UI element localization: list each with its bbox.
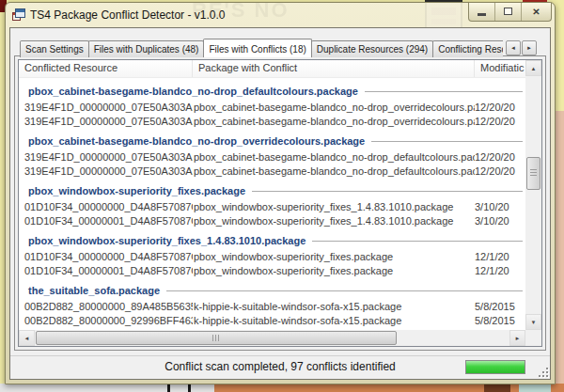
- arrow-left-icon: ◄: [24, 336, 30, 341]
- progress-bar: [465, 360, 525, 374]
- arrow-down-icon: ▼: [531, 320, 537, 325]
- horizontal-scrollbar-thumb[interactable]: [36, 331, 397, 345]
- background-bottom-artwork: [0, 384, 564, 392]
- cell-modified-date: 3/10/20: [475, 201, 516, 212]
- group-name: the_suitable_sofa.package: [28, 285, 160, 296]
- group-name: pbox_cabinet-basegame-blandco_no-drop_de…: [28, 86, 358, 97]
- column-header-modification-date[interactable]: Modifiatic: [475, 60, 525, 77]
- chevron-left-icon: ◄: [510, 45, 516, 51]
- cell-conflict-package: pbox_windowbox-superiority_fixes.package: [193, 265, 475, 276]
- cell-resource-key: 01D10F34_00000000_D4A8F57087C94F77: [19, 201, 193, 212]
- tab-scroll-right-button[interactable]: ►: [522, 40, 537, 55]
- group-divider-line: [252, 191, 523, 192]
- window-controls: ✕: [468, 3, 552, 22]
- horizontal-scrollbar[interactable]: ◄ ►: [19, 330, 525, 346]
- vertical-scrollbar-thumb[interactable]: [526, 157, 540, 190]
- list-body: pbox_cabinet-basegame-blandco_no-drop_de…: [19, 78, 525, 330]
- title-bar[interactable]: TS4 Package Conflict Detector - v1.0.0 ✕: [6, 3, 555, 26]
- tab-files-with-duplicates-48[interactable]: Files with Duplicates (48): [88, 40, 205, 57]
- group-name: pbox_cabinet-basegame-blandco_no-drop_ov…: [28, 135, 365, 147]
- arrow-up-icon: ▲: [531, 66, 537, 71]
- maximize-icon: [504, 8, 512, 15]
- tab-scan-settings[interactable]: Scan Settings: [20, 40, 89, 57]
- cell-conflict-package: pbox_cabinet-basegame-blandco_no-drop_ov…: [193, 102, 475, 113]
- cell-resource-key: 319E4F1D_00000000_07E50A303AFB21FB: [19, 102, 193, 113]
- group-header: pbox_windowbox-superiority_fixes_1.4.83.…: [19, 232, 525, 249]
- tab-label: Files with Duplicates (48): [94, 44, 199, 55]
- table-row[interactable]: 01D10F34_00000001_D4A8F57087C94F77pbox_w…: [19, 263, 525, 277]
- close-icon: ✕: [532, 7, 540, 17]
- maximize-button[interactable]: [495, 3, 522, 21]
- cell-resource-key: 01D10F34_00000000_D4A8F57087C94F77: [19, 251, 193, 262]
- cell-conflict-package: pbox_windowbox-superiority_fixes.package: [193, 251, 475, 262]
- cell-modified-date: 5/8/2015: [475, 301, 516, 312]
- cell-conflict-package: pbox_cabinet-basegame-blandco_no-drop_de…: [193, 151, 475, 163]
- client-area: Scan SettingsFiles with Duplicates (48)F…: [9, 27, 551, 380]
- table-row[interactable]: 319E4F1D_00000000_07E50A303AFB21FCpbox_c…: [19, 114, 525, 128]
- column-header-conflicted-resource[interactable]: Conflicted Resource: [19, 60, 193, 77]
- tab-files-with-conflicts-18[interactable]: Files with Conflicts (18): [203, 39, 311, 57]
- cell-resource-key: 01D10F34_00000001_D4A8F57087C94F77: [19, 265, 193, 276]
- progress-bar-fill: [466, 361, 525, 373]
- group-divider-line: [371, 141, 523, 142]
- cell-modified-date: 12/20/20: [475, 116, 516, 127]
- tab-conflicting-resources-97[interactable]: Conflicting Resources (97): [432, 40, 503, 57]
- background-right-strip: [556, 111, 564, 385]
- vertical-scrollbar[interactable]: ▲ ▼: [525, 60, 541, 330]
- scroll-left-button[interactable]: ◄: [19, 330, 35, 346]
- tab-label: Duplicate Resources (294): [317, 44, 428, 55]
- cell-modified-date: 5/8/2015: [475, 315, 516, 326]
- tab-label: Scan Settings: [25, 44, 84, 55]
- scroll-up-button[interactable]: ▲: [525, 60, 541, 76]
- tab-label: Files with Conflicts (18): [209, 44, 306, 55]
- scrollbar-corner: [525, 330, 541, 346]
- group-divider-line: [312, 241, 523, 242]
- tab-scroll-buttons: ◄ ►: [505, 40, 537, 55]
- minimize-button[interactable]: [469, 3, 495, 21]
- arrow-right-icon: ►: [515, 336, 521, 341]
- cell-modified-date: 12/1/20: [475, 251, 516, 262]
- table-row[interactable]: 00B2D882_80000000_92996BFF463372A8k-hipp…: [19, 313, 525, 327]
- table-row[interactable]: 01D10F34_00000000_D4A8F57087C94F77pbox_w…: [19, 249, 525, 263]
- list-column-headers: Conflicted Resource Package with Conflic…: [19, 60, 525, 78]
- group-header: pbox_cabinet-basegame-blandco_no-drop_ov…: [19, 133, 525, 149]
- table-row[interactable]: 319E4F1D_00000000_07E50A303AFB21FBpbox_c…: [19, 100, 525, 114]
- app-window: TS4 Package Conflict Detector - v1.0.0 ✕…: [5, 2, 556, 384]
- cell-conflict-package: pbox_windowbox-superiority_fixes_1.4.83.…: [193, 215, 475, 227]
- cell-modified-date: 3/10/20: [475, 215, 516, 227]
- tab-duplicate-resources-294[interactable]: Duplicate Resources (294): [311, 40, 433, 57]
- app-icon: [12, 8, 25, 21]
- tab-strip: Scan SettingsFiles with Duplicates (48)F…: [20, 37, 503, 57]
- table-row[interactable]: 319E4F1D_00000000_07E50A303AFB21FBpbox_c…: [19, 149, 525, 164]
- conflicts-listview: Conflicted Resource Package with Conflic…: [18, 59, 542, 347]
- cell-conflict-package: pbox_windowbox-superiority_fixes_1.4.83.…: [193, 201, 475, 212]
- status-bar: Conflict scan completed, 97 conflicts id…: [10, 355, 550, 379]
- cell-resource-key: 319E4F1D_00000000_07E50A303AFB21FC: [19, 116, 193, 127]
- group-name: pbox_windowbox-superiority_fixes.package: [28, 185, 245, 196]
- group-header: the_suitable_sofa.package: [19, 282, 525, 299]
- cell-conflict-package: k-hippie-k-suitable-windsor-sofa-x15.pac…: [193, 301, 475, 312]
- minimize-icon: [478, 13, 486, 16]
- close-button[interactable]: ✕: [522, 3, 551, 21]
- table-row[interactable]: 01D10F34_00000001_D4A8F57087C94F77pbox_w…: [19, 213, 525, 227]
- cell-resource-key: 00B2D882_80000000_89A485B56356BC92: [19, 301, 193, 312]
- cell-conflict-package: pbox_cabinet-basegame-blandco_no-drop_de…: [193, 165, 475, 177]
- cell-resource-key: 00B2D882_80000000_92996BFF463372A8: [19, 315, 193, 326]
- scroll-down-button[interactable]: ▼: [525, 314, 541, 330]
- cell-conflict-package: pbox_cabinet-basegame-blandco_no-drop_ov…: [193, 116, 475, 127]
- table-row[interactable]: 00B2D882_80000000_89A485B56356BC92k-hipp…: [19, 299, 525, 313]
- window-title: TS4 Package Conflict Detector - v1.0.0: [30, 8, 225, 22]
- cell-modified-date: 12/20/20: [475, 102, 516, 113]
- cell-resource-key: 319E4F1D_00000000_07E50A303AFB21FB: [19, 151, 193, 163]
- scroll-right-button[interactable]: ►: [509, 330, 525, 346]
- group-divider-line: [365, 91, 523, 92]
- table-row[interactable]: 319E4F1D_00000000_07E50A303AFB21FCpbox_c…: [19, 164, 525, 178]
- cell-conflict-package: k-hippie-k-suitable-windsor-sofa-x15.pac…: [193, 315, 475, 326]
- chevron-right-icon: ►: [526, 45, 532, 51]
- group-divider-line: [166, 290, 523, 291]
- table-row[interactable]: 01D10F34_00000000_D4A8F57087C94F77pbox_w…: [19, 199, 525, 213]
- column-header-package-with-conflict[interactable]: Package with Conflict: [193, 60, 475, 77]
- cell-resource-key: 319E4F1D_00000000_07E50A303AFB21FC: [19, 165, 193, 177]
- tab-scroll-left-button[interactable]: ◄: [506, 40, 521, 55]
- resize-grip-icon[interactable]: [539, 368, 548, 377]
